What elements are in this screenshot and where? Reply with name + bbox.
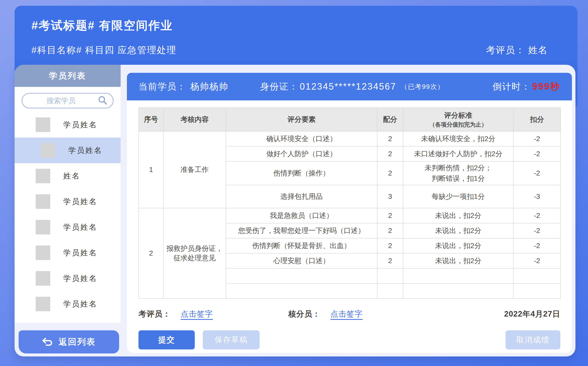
id-card-label: 身份证： bbox=[260, 81, 298, 93]
avatar bbox=[36, 194, 50, 209]
standard-cell: 未说出，扣2分 bbox=[403, 223, 513, 238]
factor-cell: 您受伤了，我帮您处理一下好吗（口述） bbox=[226, 223, 377, 238]
undo-arrow-icon bbox=[42, 337, 53, 346]
deduction-cell[interactable] bbox=[513, 268, 561, 283]
factor-cell: 心理安慰（口述） bbox=[226, 253, 377, 268]
factor-cell bbox=[226, 268, 377, 283]
action-buttons-row: 提交 保存草稿 取消成绩 bbox=[127, 319, 572, 349]
avatar bbox=[36, 246, 50, 260]
deduction-cell[interactable]: -3 bbox=[513, 185, 561, 208]
student-name: 学员姓名 bbox=[63, 120, 97, 130]
student-list-item[interactable]: 学员姓名 bbox=[15, 214, 121, 240]
content-card: 学员列表 学员姓名 学员姓名 姓名 bbox=[15, 65, 575, 356]
student-name: 学员姓名 bbox=[63, 248, 97, 258]
col-header-index: 序号 bbox=[139, 108, 163, 131]
standard-cell: 未说出，扣2分 bbox=[403, 253, 513, 268]
avatar bbox=[36, 271, 50, 286]
student-list-sidebar: 学员列表 学员姓名 学员姓名 姓名 bbox=[15, 65, 121, 356]
standard-cell: 未说出，扣2分 bbox=[403, 238, 513, 253]
standard-cell: 未口述做好个人防护，扣2分 bbox=[403, 146, 513, 161]
deduction-cell[interactable]: -2 bbox=[513, 131, 561, 146]
factor-cell: 做好个人防护（口述） bbox=[226, 146, 377, 161]
student-list-item[interactable]: 姓名 bbox=[15, 163, 121, 189]
standard-header-note: （各项分值扣完为止） bbox=[405, 121, 512, 129]
cancel-score-button[interactable]: 取消成绩 bbox=[506, 330, 560, 349]
deduction-cell[interactable]: -2 bbox=[513, 208, 561, 223]
sidebar-title: 学员列表 bbox=[15, 65, 121, 87]
student-search[interactable] bbox=[22, 93, 114, 108]
standard-cell bbox=[403, 268, 513, 283]
score-cell: 3 bbox=[377, 185, 403, 208]
deduction-cell[interactable]: -2 bbox=[513, 238, 561, 253]
current-student-name: 杨帅杨帅 bbox=[190, 81, 228, 93]
countdown-value: 999秒 bbox=[532, 81, 560, 93]
student-list-item[interactable]: 学员姓名 bbox=[15, 266, 121, 291]
score-cell: 2 bbox=[377, 208, 403, 223]
score-cell: 2 bbox=[377, 238, 403, 253]
standard-cell: 未判断伤情，扣2分； 判断错误，扣1分 bbox=[403, 161, 513, 185]
table-row: 1 准备工作 确认环境安全（口述） 2 未确认环境安全，扣2分 -2 bbox=[139, 131, 561, 146]
score-cell: 2 bbox=[377, 146, 403, 161]
back-to-list-button[interactable]: 返回列表 bbox=[19, 330, 119, 353]
student-list-item-selected[interactable]: 学员姓名 bbox=[15, 138, 121, 163]
score-cell: 2 bbox=[377, 223, 403, 238]
group-content: 准备工作 bbox=[163, 131, 226, 208]
student-name: 学员姓名 bbox=[63, 197, 97, 207]
col-header-score: 配分 bbox=[377, 108, 403, 131]
standard-header-title: 评分标准 bbox=[405, 111, 512, 120]
student-list-item[interactable]: 学员姓名 bbox=[15, 189, 121, 214]
student-name: 学员姓名 bbox=[68, 145, 103, 156]
factor-cell: 我是急救员（口述） bbox=[226, 208, 377, 223]
examiner-sign-link[interactable]: 点击签字 bbox=[181, 309, 213, 319]
id-card-value: 012345*****1234567 bbox=[300, 81, 396, 92]
student-list-item[interactable]: 学员姓名 bbox=[15, 112, 121, 138]
factor-cell: 选择包扎用品 bbox=[226, 185, 377, 208]
group-content: 报救护员身份证，征求处理意见 bbox=[163, 208, 226, 298]
col-header-factor: 评分要素 bbox=[226, 108, 377, 131]
score-cell: 2 bbox=[377, 253, 403, 268]
exam-title: #考试标题# 有限空间作业 bbox=[31, 18, 173, 33]
deduction-cell[interactable] bbox=[513, 283, 561, 298]
back-button-label: 返回列表 bbox=[59, 336, 96, 348]
col-header-content: 考核内容 bbox=[163, 108, 226, 131]
col-header-deduction: 扣分 bbox=[513, 108, 561, 131]
main-panel: 当前学员： 杨帅杨帅 身份证： 012345*****1234567 （已考99… bbox=[127, 73, 572, 353]
standard-cell: 每缺少一项扣1分 bbox=[403, 185, 513, 208]
score-date: 2022年4月27日 bbox=[504, 309, 560, 319]
standard-cell: 未说出，扣2分 bbox=[403, 208, 513, 223]
score-cell bbox=[377, 268, 403, 283]
avatar bbox=[36, 117, 50, 132]
current-student-bar: 当前学员： 杨帅杨帅 身份证： 012345*****1234567 （已考99… bbox=[127, 73, 572, 100]
student-name: 学员姓名 bbox=[63, 222, 97, 232]
attempts-count: （已考99次） bbox=[401, 82, 444, 91]
avatar bbox=[36, 220, 50, 234]
scorer-sign-label: 核分员： bbox=[288, 309, 320, 319]
score-cell: 2 bbox=[377, 161, 403, 185]
score-cell bbox=[377, 283, 403, 298]
student-list-item[interactable]: 学员姓名 bbox=[15, 291, 121, 317]
student-list-item[interactable]: 学员姓名 bbox=[15, 240, 121, 266]
examiner-name: 考评员： 姓名 bbox=[486, 44, 548, 56]
student-name: 学员姓名 bbox=[63, 273, 97, 284]
student-name: 姓名 bbox=[63, 171, 80, 181]
search-icon[interactable] bbox=[98, 95, 107, 105]
deduction-cell[interactable]: -2 bbox=[513, 146, 561, 161]
scorer-sign-link[interactable]: 点击签字 bbox=[330, 309, 363, 319]
score-cell: 2 bbox=[377, 131, 403, 146]
avatar bbox=[41, 143, 55, 158]
avatar bbox=[36, 297, 50, 311]
subject-name: #科目名称# 科目四 应急管理处理 bbox=[31, 44, 176, 56]
factor-cell: 确认环境安全（口述） bbox=[226, 131, 377, 146]
deduction-cell[interactable]: -2 bbox=[513, 253, 561, 268]
signature-row: 考评员： 点击签字 核分员： 点击签字 2022年4月27日 bbox=[127, 299, 572, 319]
deduction-cell[interactable]: -2 bbox=[513, 223, 561, 238]
deduction-cell[interactable]: -2 bbox=[513, 161, 561, 185]
student-name: 学员姓名 bbox=[63, 299, 97, 309]
save-draft-button[interactable]: 保存草稿 bbox=[203, 330, 260, 349]
table-header-row: 序号 考核内容 评分要素 配分 评分标准 （各项分值扣完为止） 扣分 bbox=[139, 108, 561, 131]
factor-cell: 伤情判断（怀疑是骨折、出血） bbox=[226, 238, 377, 253]
table-row: 2 报救护员身份证，征求处理意见 我是急救员（口述） 2 未说出，扣2分 -2 bbox=[139, 208, 561, 223]
score-table-wrap: 序号 考核内容 评分要素 配分 评分标准 （各项分值扣完为止） 扣分 1 准备工… bbox=[127, 100, 572, 299]
submit-button[interactable]: 提交 bbox=[138, 330, 195, 349]
current-student-label: 当前学员： bbox=[138, 81, 186, 93]
